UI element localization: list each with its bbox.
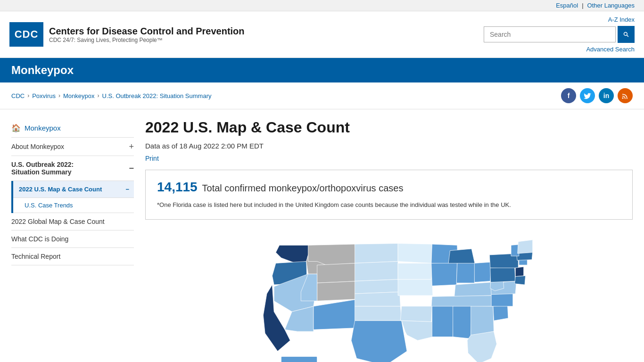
sidebar-home-label: Monkeypox <box>25 124 61 132</box>
data-date: Data as of 18 Aug 2022 2:00 PM EDT <box>145 142 633 150</box>
breadcrumb-poxvirus[interactable]: Poxvirus <box>32 92 56 99</box>
twitter-bird-icon <box>584 92 591 99</box>
cdc-logo-text: CDC <box>15 29 39 40</box>
sidebar-outbreak-toggle: − <box>129 164 134 173</box>
state-mo <box>398 279 433 295</box>
logo-area: CDC Centers for Disease Control and Prev… <box>9 22 245 47</box>
search-input[interactable] <box>484 26 616 42</box>
state-sc <box>493 304 508 321</box>
sidebar-item-outbreak-container: U.S. Outbreak 2022:Situation Summary − 2… <box>11 156 134 213</box>
sidebar-sub-outbreak: 2022 U.S. Map & Case Count − U.S. Case T… <box>11 181 134 213</box>
other-languages-link[interactable]: Other Languages <box>587 2 635 9</box>
svg-line-1 <box>627 35 628 37</box>
breadcrumb-cdc[interactable]: CDC <box>11 92 25 99</box>
case-count-note: *One Florida case is listed here but inc… <box>157 200 621 210</box>
top-bar: Español | Other Languages <box>0 0 644 11</box>
org-info: Centers for Disease Control and Preventi… <box>49 25 245 43</box>
state-wy <box>317 263 359 283</box>
state-ar <box>400 306 432 321</box>
social-icons: f in <box>561 88 633 103</box>
espanol-link[interactable]: Español <box>556 2 578 9</box>
us-map-svg <box>145 229 633 362</box>
state-nj <box>515 267 524 277</box>
breadcrumb: CDC › Poxvirus › Monkeypox › U.S. Outbre… <box>11 92 211 99</box>
state-co <box>317 281 359 301</box>
state-ok <box>355 306 402 320</box>
case-count-number: 14,115 <box>157 180 198 194</box>
breadcrumb-bar: CDC › Poxvirus › Monkeypox › U.S. Outbre… <box>0 82 644 109</box>
search-button[interactable] <box>618 26 635 43</box>
svg-point-2 <box>622 98 624 99</box>
sidebar-what-cdc-link[interactable]: What CDC is Doing <box>11 230 134 248</box>
org-tagline: CDC 24/7: Saving Lives, Protecting Peopl… <box>49 37 245 43</box>
banner-title: Monkeypox <box>11 64 74 76</box>
state-la <box>402 321 433 340</box>
state-tx <box>351 321 407 362</box>
rss-icon[interactable] <box>618 88 633 103</box>
state-ak <box>281 356 317 362</box>
sidebar: 🏠 Monkeypox About Monkeypox + U.S. Outbr… <box>11 119 134 362</box>
blue-banner: Monkeypox <box>0 58 644 82</box>
state-nm <box>314 299 358 329</box>
state-ne <box>355 279 400 293</box>
separator: | <box>582 2 583 9</box>
search-icon <box>623 31 629 38</box>
sidebar-map-case-item[interactable]: 2022 U.S. Map & Case Count − <box>13 181 134 198</box>
sidebar-map-label: 2022 U.S. Map & Case Count <box>19 186 102 193</box>
case-count-headline: 14,115 Total confirmed monkeypox/orthopo… <box>157 180 621 195</box>
print-link[interactable]: Print <box>145 155 159 162</box>
linkedin-icon[interactable]: in <box>599 88 614 103</box>
page-title: 2022 U.S. Map & Case Count <box>145 119 633 136</box>
state-oh <box>474 262 491 282</box>
state-nc <box>491 293 513 306</box>
state-ks <box>355 292 401 306</box>
sidebar-item-about[interactable]: About Monkeypox + <box>11 138 134 156</box>
breadcrumb-sep-3: › <box>98 92 99 99</box>
state-me <box>518 239 533 253</box>
search-area <box>484 26 635 43</box>
twitter-icon[interactable] <box>580 88 595 103</box>
page-content: 2022 U.S. Map & Case Count Data as of 18… <box>145 119 633 362</box>
state-wa <box>276 245 310 263</box>
facebook-icon[interactable]: f <box>561 88 576 103</box>
state-tn <box>431 295 493 307</box>
sidebar-outbreak-label: U.S. Outbreak 2022:Situation Summary <box>11 161 74 176</box>
state-nd <box>355 243 398 263</box>
sidebar-about-toggle: + <box>129 142 134 151</box>
advanced-search-link[interactable]: Advanced Search <box>586 46 635 53</box>
state-sd <box>355 261 398 281</box>
svg-point-0 <box>624 33 627 36</box>
breadcrumb-current: U.S. Outbreak 2022: Situation Summary <box>102 92 212 99</box>
header-right: A-Z Index Advanced Search <box>484 16 635 53</box>
sidebar-home-link[interactable]: 🏠 Monkeypox <box>11 119 134 138</box>
state-ia <box>398 263 432 279</box>
rss-symbol-icon <box>622 92 628 99</box>
state-fl <box>467 331 496 362</box>
home-icon: 🏠 <box>11 123 21 132</box>
state-in <box>456 263 475 283</box>
state-al <box>453 306 472 338</box>
sidebar-global-map-link[interactable]: 2022 Global Map & Case Count <box>11 213 134 230</box>
breadcrumb-monkeypox[interactable]: Monkeypox <box>63 92 94 99</box>
breadcrumb-sep-2: › <box>58 92 60 99</box>
sidebar-item-outbreak[interactable]: U.S. Outbreak 2022:Situation Summary − <box>11 156 134 181</box>
state-pa <box>490 267 515 282</box>
breadcrumb-sep-1: › <box>27 92 29 99</box>
case-count-box: 14,115 Total confirmed monkeypox/orthopo… <box>145 170 633 220</box>
header: CDC Centers for Disease Control and Prev… <box>0 11 644 58</box>
sidebar-technical-report-link[interactable]: Technical Report <box>11 248 134 265</box>
sidebar-map-toggle: − <box>125 186 129 193</box>
case-count-label: Total confirmed monkeypox/orthopoxvirus … <box>202 183 404 193</box>
az-index-link[interactable]: A-Z Index <box>608 16 635 23</box>
state-il <box>431 263 457 286</box>
state-mn <box>398 243 432 263</box>
state-ky <box>454 282 493 296</box>
sidebar-case-trends-link[interactable]: U.S. Case Trends <box>13 198 134 213</box>
org-name: Centers for Disease Control and Preventi… <box>49 25 245 37</box>
sidebar-about-label: About Monkeypox <box>11 143 64 150</box>
state-ms <box>432 306 454 337</box>
cdc-logo: CDC <box>9 22 43 47</box>
map-area <box>145 229 633 362</box>
state-de-md <box>515 276 526 285</box>
main-container: 🏠 Monkeypox About Monkeypox + U.S. Outbr… <box>0 109 644 362</box>
